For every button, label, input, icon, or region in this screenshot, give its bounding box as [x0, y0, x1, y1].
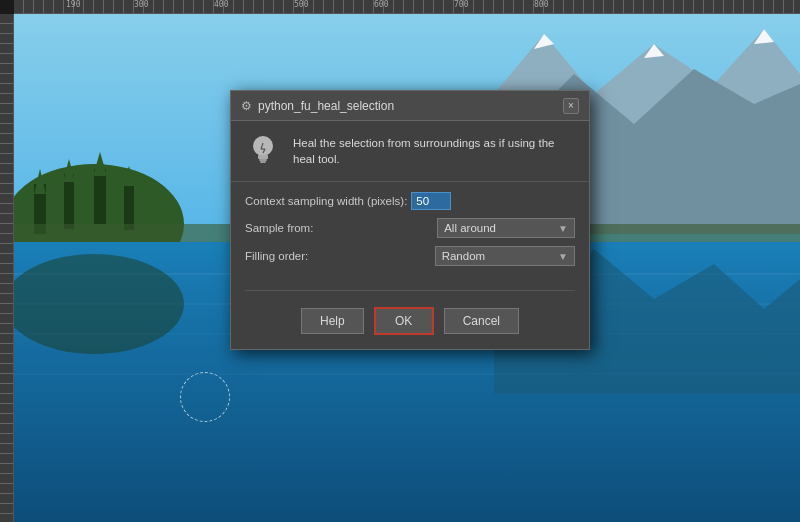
ruler-top: 190 300 400 500 600 700 800	[14, 0, 800, 14]
svg-rect-13	[124, 182, 134, 230]
svg-rect-11	[94, 169, 106, 224]
filling-order-select[interactable]: Random ▼	[435, 246, 575, 266]
svg-rect-26	[260, 161, 266, 163]
dialog-titlebar: ⚙ python_fu_heal_selection ×	[231, 91, 589, 121]
dialog-form: Context sampling width (pixels): Sample …	[231, 182, 589, 284]
close-button[interactable]: ×	[563, 98, 579, 114]
titlebar-icon: ⚙	[241, 99, 252, 113]
filling-order-label: Filling order:	[245, 250, 308, 262]
sample-from-row: Sample from: All around ▼	[245, 218, 575, 238]
ok-button[interactable]: OK	[374, 307, 434, 335]
sample-from-select[interactable]: All around ▼	[437, 218, 575, 238]
ruler-mark: 700	[454, 0, 468, 9]
ruler-mark: 300	[134, 0, 148, 9]
ruler-mark: 190	[66, 0, 80, 9]
selection-circle	[180, 372, 230, 422]
sample-from-label: Sample from:	[245, 222, 313, 234]
ruler-mark: 400	[214, 0, 228, 9]
dialog-buttons: Help OK Cancel	[231, 297, 589, 349]
context-sampling-input[interactable]	[411, 192, 451, 210]
chevron-down-icon: ▼	[558, 251, 568, 262]
ruler-mark: 600	[374, 0, 388, 9]
cancel-button[interactable]: Cancel	[444, 308, 519, 334]
ruler-left	[0, 14, 14, 522]
filling-order-row: Filling order: Random ▼	[245, 246, 575, 266]
svg-rect-25	[259, 159, 267, 161]
dialog-title: python_fu_heal_selection	[258, 99, 394, 113]
separator	[245, 290, 575, 291]
titlebar-left: ⚙ python_fu_heal_selection	[241, 99, 394, 113]
dialog-description-row: Heal the selection from surroundings as …	[231, 121, 589, 182]
dialog: ⚙ python_fu_heal_selection × Heal the se…	[230, 90, 590, 350]
chevron-down-icon: ▼	[558, 223, 568, 234]
help-button[interactable]: Help	[301, 308, 364, 334]
sample-from-value: All around	[444, 222, 496, 234]
description-text: Heal the selection from surroundings as …	[293, 135, 575, 167]
filling-order-value: Random	[442, 250, 485, 262]
context-sampling-label: Context sampling width (pixels):	[245, 195, 407, 207]
context-sampling-row: Context sampling width (pixels):	[245, 192, 575, 210]
svg-rect-9	[64, 174, 74, 229]
lightbulb-icon	[245, 133, 281, 169]
ruler-mark: 500	[294, 0, 308, 9]
ruler-mark: 800	[534, 0, 548, 9]
svg-rect-24	[258, 155, 268, 159]
